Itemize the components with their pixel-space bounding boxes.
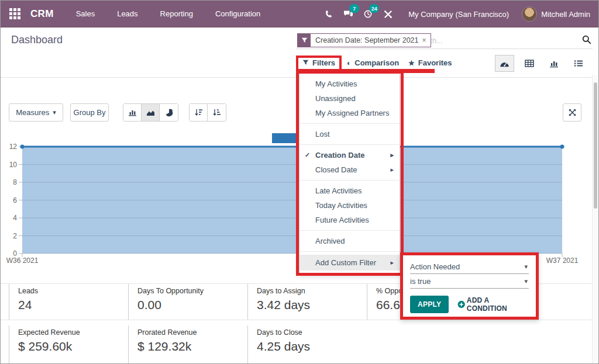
chevron-down-icon: ▾ <box>524 261 528 273</box>
sort-ascending-icon[interactable] <box>208 104 226 121</box>
content-divider <box>1 77 593 78</box>
kpi-days-to-assign: Days to Assign 3.42 days <box>247 284 367 320</box>
avatar[interactable] <box>522 6 537 22</box>
filters-dropdown-menu: My Activities Unassigned My Assigned Par… <box>299 72 400 275</box>
menu-item-add-custom-filter[interactable]: Add Custom Filter ▸ <box>300 255 400 271</box>
apply-button[interactable]: APPLY <box>410 296 449 313</box>
sort-group <box>189 103 226 122</box>
filter-field-select[interactable]: Action Needed ▾ <box>410 261 529 274</box>
activities-clock-icon[interactable]: 24 <box>358 1 378 27</box>
chart-type-group <box>123 103 178 122</box>
chart-type-area-icon[interactable] <box>142 104 160 121</box>
chevron-right-icon: ▸ <box>390 255 394 271</box>
app-brand[interactable]: CRM <box>30 8 54 20</box>
filters-button[interactable]: Filters <box>302 58 335 67</box>
menu-item-future-activities[interactable]: Future Activities <box>300 213 400 227</box>
menu-item-unassigned[interactable]: Unassigned <box>300 91 400 106</box>
svg-text:6: 6 <box>13 196 17 204</box>
check-icon: ✓ <box>305 148 310 162</box>
chevron-right-icon: ▸ <box>390 148 394 162</box>
messages-icon[interactable]: 7 <box>338 1 358 27</box>
search-facet: Creation Date: September 2021 × <box>297 33 431 47</box>
svg-text:0: 0 <box>13 249 17 258</box>
menu-item-closed-date[interactable]: Closed Date ▸ <box>300 162 400 177</box>
chevron-down-icon: ▾ <box>53 109 56 116</box>
star-icon: ★ <box>408 59 415 67</box>
menu-item-lost[interactable]: Lost <box>300 127 400 141</box>
nav-menu-reporting[interactable]: Reporting <box>160 9 193 18</box>
svg-text:W37 2021: W37 2021 <box>546 256 579 265</box>
nav-menu-configuration[interactable]: Configuration <box>215 9 260 18</box>
search-icon[interactable] <box>582 35 591 47</box>
custom-filter-actions: APPLY ADD A CONDITION <box>410 296 529 313</box>
chart-type-bar-icon[interactable] <box>123 104 142 121</box>
facet-label: Creation Date: September 2021 <box>311 34 422 47</box>
menu-divider <box>300 230 400 231</box>
view-dashboard-gauge-icon[interactable] <box>495 55 514 72</box>
area-chart: 024681012W36 2021W37 2021 <box>1 128 593 271</box>
group-by-button[interactable]: Group By <box>70 103 109 122</box>
filter-operator-select[interactable]: is true ▾ <box>410 275 529 289</box>
page-title: Dashboard <box>11 34 63 46</box>
chart-type-pie-icon[interactable] <box>160 104 178 121</box>
kpi-expected-revenue: Expected Revenue $ 259.60k <box>9 325 128 364</box>
phone-icon[interactable] <box>318 1 338 27</box>
svg-text:8: 8 <box>13 178 17 186</box>
chevron-right-icon: ▸ <box>390 162 394 177</box>
menu-divider <box>300 180 400 181</box>
facet-remove-icon[interactable]: × <box>422 34 431 47</box>
sort-descending-icon[interactable] <box>190 104 208 121</box>
view-switcher <box>495 55 588 72</box>
menu-divider <box>300 144 400 145</box>
view-list-icon[interactable] <box>569 55 588 72</box>
custom-filter-panel: Action Needed ▾ is true ▾ APPLY ADD A CO… <box>403 255 536 317</box>
user-menu[interactable]: Mitchell Admin <box>541 10 590 19</box>
menu-item-my-assigned-partners[interactable]: My Assigned Partners <box>300 106 400 120</box>
svg-text:W36 2021: W36 2021 <box>6 256 39 265</box>
company-switcher[interactable]: My Company (San Francisco) <box>408 10 509 19</box>
kpi-days-to-opportunity: Days To Opportunity 0.00 <box>128 284 247 320</box>
search-underline <box>296 48 593 49</box>
menu-item-my-activities[interactable]: My Activities <box>300 77 400 91</box>
kpi-days-to-close: Days to Close 4.25 days <box>247 325 367 364</box>
menu-item-today-activities[interactable]: Today Activities <box>300 198 400 213</box>
crm-dashboard-screen: CRM Sales Leads Reporting Configuration … <box>0 0 599 364</box>
menu-item-creation-date[interactable]: ✓ Creation Date ▸ <box>300 148 400 162</box>
svg-text:12: 12 <box>9 143 18 151</box>
menu-divider <box>300 123 400 124</box>
favorites-button[interactable]: ★ Favorites <box>408 58 452 67</box>
comparison-button[interactable]: ◐ Comparison <box>347 58 399 67</box>
nav-menu-leads[interactable]: Leads <box>117 9 137 18</box>
menu-divider <box>300 251 400 252</box>
svg-text:4: 4 <box>13 214 17 222</box>
menu-item-late-activities[interactable]: Late Activities <box>300 183 400 198</box>
scrollbar-track[interactable] <box>592 75 598 364</box>
filter-funnel-icon <box>298 34 311 47</box>
plus-circle-icon <box>457 300 465 308</box>
search-input[interactable] <box>411 34 575 46</box>
kpi-row-2: Expected Revenue $ 259.60k Prorated Reve… <box>1 325 593 364</box>
apps-grid-icon[interactable] <box>9 8 21 20</box>
navbar-right: 7 24 My Company (San Francisco) Mitchell… <box>318 1 598 27</box>
annotation-box-custom-filter: Action Needed ▾ is true ▾ APPLY ADD A CO… <box>400 252 539 320</box>
top-navbar: CRM Sales Leads Reporting Configuration … <box>1 1 598 27</box>
expand-fullscreen-icon[interactable] <box>563 103 581 122</box>
tools-wrench-icon[interactable] <box>378 1 398 27</box>
svg-text:2: 2 <box>13 232 17 240</box>
view-bar-chart-icon[interactable] <box>544 55 563 72</box>
menu-item-archived[interactable]: Archived <box>300 234 400 248</box>
svg-text:10: 10 <box>9 161 18 169</box>
measures-button[interactable]: Measures ▾ <box>9 103 63 122</box>
comparison-icon: ◐ <box>347 59 351 67</box>
nav-menu-sales[interactable]: Sales <box>76 9 95 18</box>
view-table-grid-icon[interactable] <box>519 55 539 72</box>
chevron-down-icon: ▾ <box>524 275 528 287</box>
add-condition-button[interactable]: ADD A CONDITION <box>457 296 529 313</box>
scrollbar-thumb[interactable] <box>594 82 597 209</box>
kpi-prorated-revenue: Prorated Revenue $ 129.32k <box>128 325 247 364</box>
kpi-leads: Leads 24 <box>9 284 128 320</box>
